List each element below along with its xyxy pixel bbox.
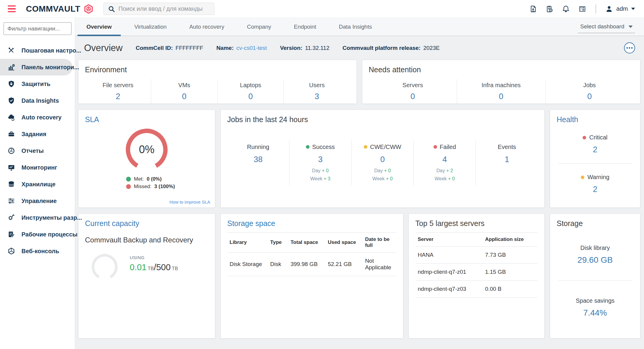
sla-panel: SLA 0% Met: 0 (0%) Missed: (78, 110, 215, 208)
sidebar-item-label: Панель монитори... (21, 64, 79, 71)
pie-chart-icon (7, 147, 15, 155)
sidebar-item-label: Мониторинг (21, 164, 57, 171)
stat-servers: Servers 0 (369, 79, 457, 105)
platform-release-meta: Commvault platform release: 2023E (343, 45, 440, 51)
sidebar-item-guided-setup[interactable]: Пошаговая настро... (0, 42, 75, 59)
disk-library-stat: Disk library 29.60 GB (557, 228, 634, 280)
jobs-cwe-col: CWE/CWW 0 Day + 0 Week + 0 (352, 141, 414, 186)
environment-title: Environment (85, 65, 350, 74)
download-report-icon[interactable] (529, 5, 537, 13)
chevron-down-icon (628, 25, 633, 28)
jobs-success-col: Success 3 Day + 0 Week + 3 (290, 141, 352, 186)
sidebar-item-monitoring[interactable]: Мониторинг (0, 159, 75, 176)
global-search (103, 3, 214, 15)
commcell-name-link[interactable]: cv-cs01-test (236, 45, 267, 51)
tab-auto-recovery[interactable]: Auto recovery (178, 18, 236, 36)
user-icon (605, 5, 613, 13)
sidebar-item-workflows[interactable]: Рабочие процессы (0, 226, 75, 243)
search-icon (108, 5, 115, 13)
stat-infra-machines: Infra machines 0 (457, 79, 546, 105)
sidebar-item-manage[interactable]: Управление (0, 193, 75, 209)
storage-title: Storage (557, 219, 634, 228)
gear-wrench-icon (7, 214, 15, 222)
stat-jobs: Jobs 0 (546, 79, 634, 105)
sidebar-item-jobs[interactable]: Задания (0, 126, 75, 142)
capacity-using-label: USING (130, 255, 178, 260)
sidebar-item-storage[interactable]: Хранилище (0, 176, 75, 193)
sliders-icon (7, 197, 15, 205)
top-servers-title: Top 5 largest servers (415, 219, 538, 228)
sidebar-item-dashboard[interactable]: Панель монитори... (0, 59, 72, 76)
table-row[interactable]: Disk Storage Disk 399.98 GB 52.21 GB Not… (227, 253, 397, 276)
stat-vms: VMs 0 (151, 79, 217, 105)
report-schedule-icon[interactable] (545, 5, 554, 13)
user-name: adm (616, 5, 628, 12)
workflow-icon (7, 230, 15, 239)
tab-data-insights[interactable]: Data Insights (328, 18, 383, 36)
missed-dot-icon (126, 184, 131, 189)
sidebar-item-label: Auto recovery (21, 114, 62, 121)
critical-dot-icon (583, 136, 586, 139)
capacity-product-name: Commvault Backup and Recovery (85, 236, 208, 244)
chevron-down-icon (631, 7, 635, 10)
tab-overview[interactable]: Overview (75, 18, 123, 36)
page-actions-ellipsis-button[interactable] (624, 42, 635, 53)
how-to-improve-sla-link[interactable]: How to improve SLA (169, 199, 210, 205)
sidebar-item-protect[interactable]: Защитить (0, 76, 75, 92)
hamburger-menu-icon[interactable] (8, 5, 16, 13)
current-capacity-title[interactable]: Current capacity (85, 219, 208, 228)
sidebar-item-reports[interactable]: Отчеты (0, 142, 75, 159)
storage-space-title[interactable]: Storage space (227, 219, 397, 228)
sla-met-row: Met: 0 (0%) (126, 176, 208, 182)
current-capacity-panel: Current capacity Commvault Backup and Re… (78, 213, 215, 339)
briefcase-icon (7, 130, 15, 138)
jobs-panel: Jobs in the last 24 hours Running 38 Suc… (220, 110, 545, 208)
jobs-events-col: Events 1 (476, 141, 538, 186)
sidebar-item-web-console[interactable]: Веб-консоль (0, 243, 75, 259)
health-warning: Warning 2 (557, 164, 634, 203)
page-header: Overview CommCell ID: FFFFFFFF Name: cv-… (75, 36, 644, 60)
table-row[interactable]: HANA 7.73 GB (415, 247, 538, 264)
health-title[interactable]: Health (557, 115, 634, 124)
table-row[interactable]: ndmp-client-q7-z03 0.00 B (415, 281, 538, 298)
select-dashboard-label: Select dashboard (580, 23, 624, 30)
page-title: Overview (84, 43, 123, 53)
whats-new-icon[interactable] (578, 5, 586, 13)
cube-icon (7, 247, 15, 255)
sidebar-item-label: Пошаговая настро... (21, 47, 81, 54)
nav-filter-input[interactable] (4, 22, 72, 35)
shield-lock-icon (7, 80, 15, 88)
user-menu[interactable]: adm (605, 5, 635, 13)
sla-percent: 0% (122, 124, 172, 175)
health-critical: Critical 2 (557, 124, 634, 163)
dashboard-icon (7, 63, 15, 71)
sidebar-item-auto-recovery[interactable]: Auto recovery (0, 109, 75, 126)
jobs-failed-col: Failed 4 Day + 2 Week + 0 (414, 141, 476, 186)
tab-virtualization[interactable]: Virtualization (123, 18, 178, 36)
storage-space-table: Library Type Total space Used space Date… (227, 232, 397, 276)
commcell-name-meta: Name: cv-cs01-test (216, 45, 267, 51)
capacity-used-value: 0.01 (130, 262, 146, 272)
failed-dot-icon (434, 145, 437, 149)
select-dashboard-dropdown[interactable]: Select dashboard (578, 21, 635, 33)
notifications-bell-icon[interactable] (562, 5, 570, 13)
dashboard-tabbar: Overview Virtualization Auto recovery Co… (75, 18, 644, 36)
sidebar-item-label: Рабочие процессы (21, 231, 78, 238)
sla-title[interactable]: SLA (85, 115, 208, 124)
stat-laptops: Laptops 0 (218, 79, 284, 105)
jobs-running-col: Running 38 (227, 141, 290, 186)
tab-company[interactable]: Company (236, 18, 282, 36)
sidebar-item-data-insights[interactable]: Data Insights (0, 92, 75, 109)
commvault-logo: COMMVAULT (26, 4, 94, 14)
stat-file-servers: File servers 2 (85, 79, 151, 105)
table-row[interactable]: ndmp-client-q7-z01 1.15 GB (415, 264, 538, 281)
health-panel: Health Critical 2 Warning 2 (550, 110, 640, 208)
sidebar-item-label: Защитить (21, 81, 50, 87)
tab-endpoint[interactable]: Endpoint (283, 18, 328, 36)
sidebar-item-label: Data Insights (21, 97, 59, 104)
sidebar-nav: Пошаговая настро... Панель монитори... З… (0, 18, 75, 349)
search-input[interactable] (118, 5, 210, 12)
storage-space-panel: Storage space Library Type Total space U… (220, 213, 403, 339)
sidebar-item-developer-tools[interactable]: Инструменты разр... (0, 209, 75, 226)
tools-icon (7, 47, 15, 55)
